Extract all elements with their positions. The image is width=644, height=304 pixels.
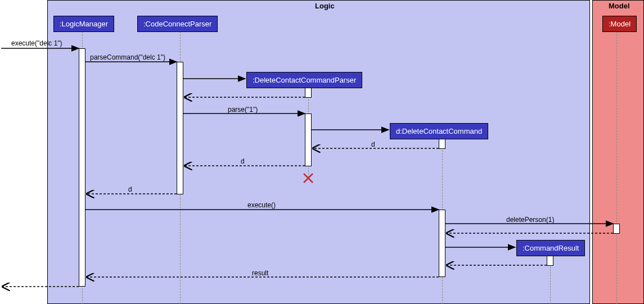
participant-delete-contact-command-parser: :DeleteContactCommandParser: [246, 72, 362, 88]
participant-code-connect-parser: :CodeConnectParser: [137, 16, 218, 32]
msg-d-1: d: [371, 140, 375, 148]
activation-model: [613, 224, 620, 234]
activation-dcc-2: [439, 210, 445, 277]
msg-delete-person: deletePerson(1): [506, 216, 554, 224]
sequence-diagram: Logic Model :LogicManager :CodeConnectPa…: [0, 0, 644, 304]
logic-frame-title: Logic: [315, 2, 335, 10]
activation-command-result: [547, 256, 553, 266]
msg-parse: parse("1"): [228, 106, 258, 114]
logic-frame: Logic: [47, 0, 590, 304]
model-frame-title: Model: [609, 2, 630, 10]
model-frame: Model: [592, 0, 644, 304]
msg-execute-2: execute(): [247, 201, 276, 209]
msg-d-3: d: [128, 185, 132, 193]
participant-model: :Model: [602, 16, 637, 32]
activation-code-connect-parser: [177, 62, 183, 194]
msg-result: result: [252, 269, 268, 277]
activation-dccp-1: [305, 88, 312, 98]
participant-logic-manager: :LogicManager: [53, 16, 114, 32]
participant-command-result: :CommandResult: [516, 240, 585, 256]
msg-d-2: d: [241, 157, 245, 165]
lifeline-model: [616, 31, 617, 304]
msg-execute-1: execute("delc 1"): [11, 39, 62, 47]
participant-delete-contact-command: d:DeleteContactCommand: [390, 123, 488, 139]
msg-parse-command: parseCommand("delc 1"): [90, 53, 165, 61]
activation-dccp-2: [305, 114, 312, 166]
activation-dcc-1: [439, 139, 445, 149]
activation-logic-manager: [79, 48, 85, 287]
